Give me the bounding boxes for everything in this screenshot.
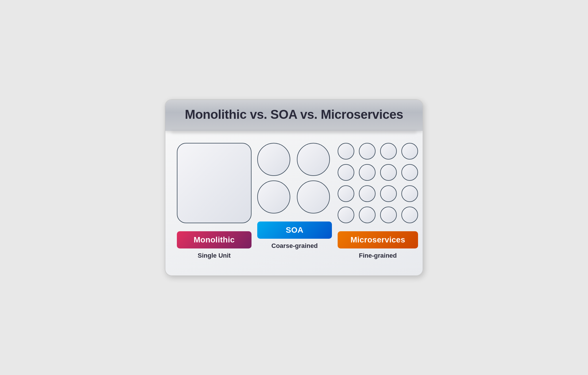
micro-circle-4 [401,143,418,160]
micro-circles-grid [338,143,418,223]
soa-circle-2 [297,143,330,176]
columns-container: Monolithic Single Unit SOA Coarse-graine… [165,134,423,265]
main-card: Monolithic vs. SOA vs. Microservices Mon… [165,99,423,276]
title-banner: Monolithic vs. SOA vs. Microservices [165,100,423,131]
micro-circle-8 [401,164,418,181]
micro-circle-10 [359,185,376,202]
badge-monolithic: Monolithic [177,231,252,248]
micro-circle-2 [359,143,376,160]
micro-circle-5 [338,164,354,181]
badge-soa: SOA [257,221,332,239]
micro-circle-9 [338,185,354,202]
sublabel-soa: Coarse-grained [271,242,318,250]
soa-circles-grid [257,143,332,213]
micro-circle-11 [380,185,397,202]
micro-circle-7 [380,164,397,181]
sublabel-microservices: Fine-grained [359,252,397,259]
micro-circle-15 [380,207,397,223]
page-title: Monolithic vs. SOA vs. Microservices [177,107,411,122]
column-soa: SOA Coarse-grained [257,143,332,250]
micro-circle-14 [359,207,376,223]
monolith-shape [177,143,252,223]
sublabel-monolithic: Single Unit [198,252,231,259]
column-monolithic: Monolithic Single Unit [177,143,252,259]
badge-microservices: Microservices [338,231,418,248]
micro-circle-3 [380,143,397,160]
soa-circle-1 [257,143,290,176]
micro-circle-1 [338,143,354,160]
micro-circle-12 [401,185,418,202]
soa-circle-4 [297,180,330,213]
micro-circle-16 [401,207,418,223]
micro-circle-6 [359,164,376,181]
micro-circle-13 [338,207,354,223]
soa-circle-3 [257,180,290,213]
column-microservices: Microservices Fine-grained [338,143,418,259]
